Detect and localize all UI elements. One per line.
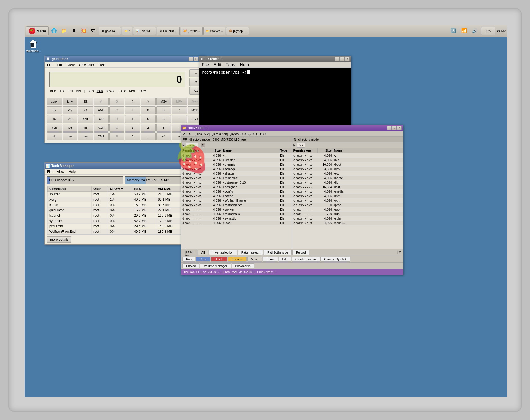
calc-btn-e[interactable]: E (109, 124, 124, 132)
left-file-row[interactable]: drwxr-xr-x4,096/.gstreamer-0.10Dir (181, 180, 292, 185)
taskbar-btn-galculator[interactable]: 🖩 galcula ... (99, 27, 121, 35)
more-details-btn[interactable]: more details (47, 236, 71, 243)
rootworker-right-pane[interactable]: drwxr-xr-x4,096/..drwxr-xr-x4,096/bindrw… (292, 153, 403, 249)
process-row[interactable]: WolframFrontEndroot0%49.6 MB180.8 MB345.… (48, 229, 201, 234)
calc-btn-factorial[interactable]: n! (78, 106, 93, 114)
calc-btn-ee[interactable]: EE (78, 98, 93, 105)
rw-btn-delete[interactable]: Delete (211, 257, 227, 262)
calc-menu-calculator[interactable]: Calculator (77, 62, 96, 67)
taskbar-counter-icon[interactable]: 5️⃣ (449, 26, 458, 35)
calc-btn-ln[interactable]: ln (78, 124, 93, 132)
rw-btn-path2other[interactable]: Path2otherside (264, 250, 292, 255)
calc-btn-mf[interactable]: MF▾ (172, 98, 187, 105)
mode-dec[interactable]: DEC (49, 89, 57, 93)
process-row[interactable]: lxtaskroot0%15.9 MB83.6 MB297... (48, 202, 201, 208)
taskbar-btn-files[interactable]: 📁 / (122, 27, 132, 35)
taskmanager-menu-view[interactable]: View (55, 169, 66, 174)
col-rss[interactable]: RSS (132, 186, 156, 192)
right-file-row[interactable]: drwxr-xr-x4,096/etc (292, 171, 403, 176)
calc-btn-xsq[interactable]: x^2 (63, 115, 78, 123)
right-file-row[interactable]: drwxr-xr-x4,096/lib (292, 180, 403, 185)
calc-btn-close[interactable]: ) (141, 98, 156, 105)
left-file-row[interactable]: drwxr-xr-x4,096/.cacheDir (181, 194, 292, 198)
rootworker-close[interactable]: ✕ (397, 126, 402, 130)
calc-btn-ms[interactable]: MS▾ (156, 98, 171, 105)
calc-btn-open[interactable]: ( (125, 98, 140, 105)
calc-btn-xpowy[interactable]: x^y (63, 106, 78, 114)
rw-btn-chmod[interactable]: ChMod (182, 263, 199, 268)
terminal-minimize[interactable]: _ (335, 57, 340, 61)
calc-menu-file[interactable]: File (45, 62, 55, 67)
left-file-row[interactable]: drwx------4,096/.workerDir (181, 207, 292, 212)
rootworker-minimize[interactable]: _ (387, 126, 392, 130)
right-file-row[interactable]: drwxr-xr-x4,096/home (292, 176, 403, 180)
calc-btn-6[interactable]: 6 (156, 115, 171, 123)
calc-btn-cos[interactable]: cos (63, 132, 78, 140)
calc-minimize[interactable]: _ (189, 57, 193, 61)
mode-bin[interactable]: BIN (75, 89, 82, 93)
taskbar-btn-lxterm[interactable]: 🖥 LXTerm ... (157, 27, 180, 35)
taskbar-btn-untitled[interactable]: 💥 [Untitle... (181, 27, 202, 35)
left-file-row[interactable]: drwxr-xr-x4,096/.configDir (181, 189, 292, 194)
taskbar-wifi-icon[interactable]: 📶 (460, 26, 469, 35)
right-file-row[interactable]: drwx------760/run (292, 212, 403, 216)
right-file-row[interactable]: drwxr-xr-x4,096/selinu... (292, 221, 403, 225)
right-file-row[interactable]: drwxr-xr-x4,096/.. (292, 153, 403, 158)
right-file-row[interactable]: drwxr-xr-x3,360/dev (292, 167, 403, 171)
rw-btn-invert[interactable]: Invert selection (209, 250, 237, 255)
right-file-row[interactable]: drwxr-xr-x4,096/bin (292, 158, 403, 162)
left-file-row[interactable]: drwxr-xr-x4,096/.MathematicaDir (181, 203, 292, 207)
right-file-row[interactable]: drwxr-xr-x4,096/sbin (292, 216, 403, 221)
rw-right-path-root[interactable]: / / \ (297, 143, 305, 148)
mode-rpn[interactable]: RPN (128, 89, 136, 93)
calculator-titlebar[interactable]: 🖩 galculator _ □ ✕ (45, 56, 205, 62)
left-file-row[interactable]: drwx------4,096/.thumbnailsDir (181, 212, 292, 216)
taskbar-shield-icon[interactable]: 🛡 (89, 26, 98, 35)
process-row[interactable]: synapticroot0%52.2 MB120.8 MB397... (48, 218, 201, 224)
taskmanager-menu-help[interactable]: Help (66, 169, 78, 174)
calc-btn-mul[interactable]: * (172, 115, 187, 123)
mode-alg[interactable]: ALG (120, 89, 127, 93)
taskbar-btn-taskman[interactable]: 📊 Task M ... (133, 27, 156, 35)
calc-btn-con[interactable]: con▾ (47, 98, 62, 105)
process-list[interactable]: Command User CPU% ▾ RSS VM-Size PID shut… (47, 186, 201, 235)
calc-btn-4[interactable]: 4 (125, 115, 140, 123)
mode-grad[interactable]: GRAD (105, 89, 114, 93)
calc-btn-hyp[interactable]: hyp (47, 124, 62, 132)
rw-btn-bookmarks[interactable]: Bookmarks (232, 263, 254, 268)
calc-btn-c[interactable]: C (109, 106, 124, 114)
right-file-row[interactable]: drwx------4,096/root (292, 207, 403, 212)
calc-btn-cmp[interactable]: CMP (94, 132, 109, 140)
process-row[interactable]: shutterroot1%58.9 MB213.6 MB399... (48, 192, 201, 197)
left-file-row[interactable]: drwxr-xr-x4,096/.designerDir (181, 185, 292, 189)
rw-btn-rename[interactable]: Rename (228, 257, 247, 262)
calc-btn-sqrt[interactable]: sqrt (78, 115, 93, 123)
menu-button[interactable]: 🍓 Menu (26, 26, 49, 35)
left-file-row[interactable]: drwxr-xr-x4,096/.minecraftDir (181, 176, 292, 180)
calc-btn-log[interactable]: log (63, 124, 78, 132)
rw-toolbar-a[interactable]: A (181, 132, 187, 136)
terminal-titlebar[interactable]: 🖥 LXTerminal _ □ ✕ (199, 56, 351, 62)
left-file-row[interactable]: drwx------4,096/.synapticDir (181, 216, 292, 221)
col-cpu[interactable]: CPU% ▾ (108, 186, 132, 192)
terminal-close[interactable]: ✕ (345, 57, 350, 61)
mode-oct[interactable]: OCT (67, 89, 74, 93)
rw-btn-create-symlink[interactable]: Create Symlink (292, 257, 320, 262)
calc-btn-7[interactable]: 7 (125, 106, 140, 114)
calc-btn-plusminus[interactable]: +/- (156, 132, 171, 140)
left-file-row[interactable]: drwx------4,096/.localDir (181, 221, 292, 225)
taskbar-burst-icon[interactable]: 💥 (79, 26, 88, 35)
terminal-menu-help[interactable]: Help (237, 62, 251, 68)
terminal-menu-file[interactable]: File (199, 62, 211, 68)
taskbar-volume-icon[interactable]: 🔊 (470, 26, 479, 35)
right-file-row[interactable]: drwxr-xr-x4,096/media (292, 189, 403, 194)
taskbar-btn-synaptic[interactable]: 📦 [Synap ... (226, 27, 249, 35)
process-row[interactable]: pcmanfmroot0%29.4 MB140.6 MB262... (48, 224, 201, 229)
terminal-menu-tabs[interactable]: Tabs (223, 62, 237, 68)
calc-btn-a[interactable]: A (94, 98, 109, 105)
right-file-row[interactable]: drwxr-xr-x4,096/opt (292, 198, 403, 203)
taskbar-files-icon[interactable]: 📁 (59, 26, 68, 35)
calc-btn-tan[interactable]: tan (78, 132, 93, 140)
calc-btn-percent[interactable]: % (47, 106, 62, 114)
rw-btn-reload[interactable]: Reload (292, 250, 309, 255)
